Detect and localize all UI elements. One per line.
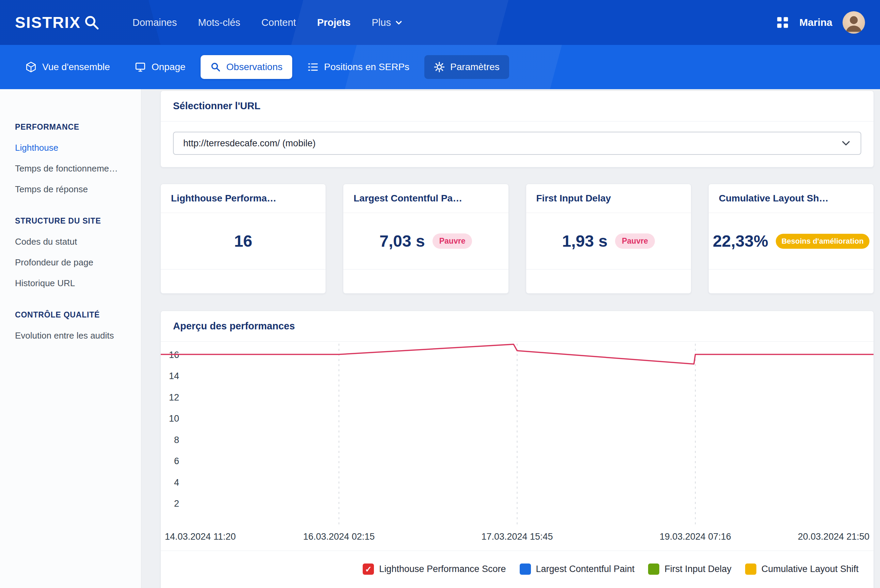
user-name[interactable]: Marina xyxy=(799,16,832,28)
legend-color-swatch-icon[interactable] xyxy=(745,564,757,575)
gear-icon xyxy=(434,62,445,72)
chart-title: Aperçu des performances xyxy=(161,311,874,342)
legend-item[interactable]: Largest Contentful Paint xyxy=(520,564,635,575)
svg-text:12: 12 xyxy=(169,392,179,402)
svg-text:6: 6 xyxy=(174,456,179,466)
user-avatar[interactable] xyxy=(842,11,865,34)
metric-footer xyxy=(343,270,508,293)
metric-card-lighthouse-score: Lighthouse Performa… 16 xyxy=(160,184,326,294)
metric-value: 1,93 s xyxy=(562,232,608,250)
tab-observations[interactable]: Observations xyxy=(201,55,292,79)
sidebar-heading: STRUCTURE DU SITE xyxy=(15,216,141,226)
sidebar-heading: PERFORMANCE xyxy=(15,123,141,132)
url-selector-card: Sélectionner l'URL http://terresdecafe.c… xyxy=(160,90,874,167)
top-navbar: SISTRIX Domaines Mots-clés Content Proje… xyxy=(0,0,880,45)
sidebar-section-structure: STRUCTURE DU SITE Codes du statut Profon… xyxy=(15,216,141,288)
chevron-down-icon xyxy=(395,19,403,26)
sidebar-item-temps-de-fonctionnement[interactable]: Temps de fonctionneme… xyxy=(15,164,129,174)
sistrix-logo[interactable]: SISTRIX xyxy=(15,13,100,32)
sidebar-item-historique-url[interactable]: Historique URL xyxy=(15,278,129,288)
tab-label: Vue d'ensemble xyxy=(42,62,110,72)
legend-checkbox-checked-icon[interactable]: ✓ xyxy=(363,564,374,575)
tab-label: Onpage xyxy=(152,62,186,72)
x-axis-label: 20.03.2024 21:50 xyxy=(798,531,869,542)
url-select-value: http://terresdecafe.com/ (mobile) xyxy=(183,138,316,149)
performance-chart: 246810121416 xyxy=(161,342,874,525)
metric-footer xyxy=(526,270,691,293)
sidebar-item-profondeur-de-page[interactable]: Profondeur de page xyxy=(15,257,129,268)
svg-text:14: 14 xyxy=(169,371,179,381)
chart-x-axis: 14.03.2024 11:2016.03.2024 02:1517.03.20… xyxy=(161,525,874,550)
sidebar-item-evolution-entre-les-audits[interactable]: Evolution entre les audits xyxy=(15,330,129,341)
monitor-icon xyxy=(134,61,146,73)
metric-value: 22,33% xyxy=(713,232,768,250)
sidebar-item-codes-du-statut[interactable]: Codes du statut xyxy=(15,237,129,247)
svg-text:10: 10 xyxy=(169,413,179,424)
app: SISTRIX Domaines Mots-clés Content Proje… xyxy=(0,0,880,588)
metric-card-cumulative-layout-shift: Cumulative Layout Sh… 22,33% Besoins d'a… xyxy=(709,184,874,294)
legend-color-swatch-icon[interactable] xyxy=(520,564,531,575)
url-selector-body: http://terresdecafe.com/ (mobile) xyxy=(161,122,874,167)
legend-label: Lighthouse Performance Score xyxy=(379,564,506,574)
sidebar-section-performance: PERFORMANCE Lighthouse Temps de fonction… xyxy=(15,123,141,195)
nav-projets[interactable]: Projets xyxy=(317,17,350,28)
sidebar-section-controle-qualite: CONTRÔLE QUALITÉ Evolution entre les aud… xyxy=(15,310,141,341)
status-badge: Pauvre xyxy=(615,233,655,249)
tab-positions-en-serps[interactable]: Positions en SERPs xyxy=(298,55,419,79)
svg-text:4: 4 xyxy=(174,477,179,488)
legend-label: First Input Delay xyxy=(665,564,731,574)
nav-plus-label: Plus xyxy=(372,17,391,28)
metric-card-first-input-delay: First Input Delay 1,93 s Pauvre xyxy=(526,184,691,294)
sidebar-heading: CONTRÔLE QUALITÉ xyxy=(15,310,141,320)
metric-card-largest-contentful-paint: Largest Contentful Pa… 7,03 s Pauvre xyxy=(343,184,508,294)
metric-footer xyxy=(709,270,874,293)
legend-item[interactable]: First Input Delay xyxy=(648,564,731,575)
tab-vue-densemble[interactable]: Vue d'ensemble xyxy=(16,55,120,79)
metric-title: First Input Delay xyxy=(526,184,691,213)
x-axis-label: 17.03.2024 15:45 xyxy=(481,531,553,542)
nav-plus[interactable]: Plus xyxy=(372,17,402,28)
metric-title: Cumulative Layout Sh… xyxy=(709,184,874,213)
sidebar-item-temps-de-reponse[interactable]: Temps de réponse xyxy=(15,184,129,195)
chart-legend: ✓Lighthouse Performance ScoreLargest Con… xyxy=(161,550,874,587)
tab-onpage[interactable]: Onpage xyxy=(125,55,195,79)
project-sub-navbar: Vue d'ensemble Onpage Observations Posit… xyxy=(0,45,880,89)
sidebar-item-lighthouse[interactable]: Lighthouse xyxy=(15,142,129,153)
legend-item[interactable]: ✓Lighthouse Performance Score xyxy=(363,564,506,575)
topbar-right: Marina xyxy=(776,11,865,34)
chevron-down-icon xyxy=(841,138,851,148)
legend-label: Largest Contentful Paint xyxy=(536,564,635,574)
apps-grid-icon[interactable] xyxy=(776,16,789,29)
performance-overview-card: Aperçu des performances 246810121416 14.… xyxy=(160,310,874,588)
logo-text: SISTRIX xyxy=(15,13,81,32)
legend-color-swatch-icon[interactable] xyxy=(648,564,659,575)
status-badge: Pauvre xyxy=(433,233,472,249)
nav-mots-cles[interactable]: Mots-clés xyxy=(198,17,241,28)
url-selector-title: Sélectionner l'URL xyxy=(161,91,874,122)
tab-label: Paramètres xyxy=(450,62,499,72)
svg-text:2: 2 xyxy=(174,498,179,509)
x-axis-label: 19.03.2024 07:16 xyxy=(660,531,731,542)
metric-value: 7,03 s xyxy=(379,232,425,250)
main-content: Sélectionner l'URL http://terresdecafe.c… xyxy=(141,89,880,588)
sidebar: PERFORMANCE Lighthouse Temps de fonction… xyxy=(0,89,141,588)
nav-domaines[interactable]: Domaines xyxy=(132,17,177,28)
x-axis-label: 14.03.2024 11:20 xyxy=(165,531,236,542)
avatar-silhouette xyxy=(842,11,865,34)
legend-label: Cumulative Layout Shift xyxy=(761,564,859,574)
metric-title: Lighthouse Performa… xyxy=(161,184,326,213)
search-icon xyxy=(210,62,221,72)
tab-label: Positions en SERPs xyxy=(324,62,410,72)
metric-footer xyxy=(161,270,326,293)
x-axis-label: 16.03.2024 02:15 xyxy=(303,531,375,542)
nav-content[interactable]: Content xyxy=(262,17,296,28)
url-select-dropdown[interactable]: http://terresdecafe.com/ (mobile) xyxy=(173,132,861,155)
logo-magnifier-icon xyxy=(83,14,100,31)
tab-parametres[interactable]: Paramètres xyxy=(424,55,509,79)
metric-value: 16 xyxy=(234,232,252,250)
ordered-list-icon xyxy=(307,61,319,73)
metric-title: Largest Contentful Pa… xyxy=(343,184,508,213)
tab-label: Observations xyxy=(226,62,283,72)
primary-nav: Domaines Mots-clés Content Projets Plus xyxy=(132,17,403,28)
legend-item[interactable]: Cumulative Layout Shift xyxy=(745,564,859,575)
